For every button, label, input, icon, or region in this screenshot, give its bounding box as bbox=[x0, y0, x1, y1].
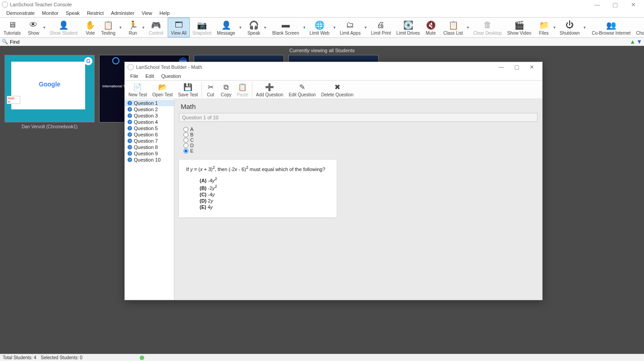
run-icon: 🏃 bbox=[128, 20, 138, 31]
question-list-label: Question 7 bbox=[134, 138, 158, 144]
toolbar-limit-print[interactable]: 🖨Limit Print bbox=[368, 18, 393, 37]
drive-icon: 💽 bbox=[403, 20, 414, 31]
dialog-menu-item[interactable]: Edit bbox=[142, 72, 158, 80]
toolbar-limit-apps[interactable]: 🗂Limit Apps bbox=[337, 18, 363, 37]
answer-option[interactable]: E bbox=[183, 148, 538, 153]
question-list-item[interactable]: ?Question 4 bbox=[125, 119, 174, 125]
menu-item[interactable]: Speak bbox=[62, 9, 83, 17]
question-list-item[interactable]: ?Question 8 bbox=[125, 144, 174, 150]
answer-radio[interactable] bbox=[183, 149, 188, 153]
toolbar-tutorials[interactable]: 🖥Tutorials bbox=[1, 18, 23, 37]
toolbar-speak[interactable]: 🎧Speak bbox=[245, 18, 263, 37]
question-list-item[interactable]: ?Question 9 bbox=[125, 150, 174, 157]
dlg-toolbar-new-test[interactable]: 📄New Test bbox=[126, 81, 150, 99]
question-list-item[interactable]: ?Question 6 bbox=[125, 131, 174, 138]
question-list-item[interactable]: ?Question 5 bbox=[125, 125, 174, 131]
answer-radio[interactable] bbox=[183, 138, 188, 143]
toolbar-view-all[interactable]: 🗔View All bbox=[168, 18, 190, 37]
answer-radio[interactable] bbox=[183, 143, 188, 148]
dlg-toolbar-label: Edit Question bbox=[289, 92, 316, 97]
nav-down-icon[interactable]: ▼ bbox=[636, 38, 642, 45]
toolbar-run[interactable]: 🏃Run bbox=[125, 18, 141, 37]
dropdown-arrow-icon[interactable]: ▾ bbox=[363, 25, 368, 30]
find-label[interactable]: Find bbox=[10, 39, 19, 45]
dialog-minimize-button[interactable]: — bbox=[493, 63, 509, 72]
toolbar-show[interactable]: 👁Show bbox=[25, 18, 42, 37]
viewport: Currently viewing all Students G Google … bbox=[0, 46, 644, 354]
answer-letter: D bbox=[190, 143, 194, 148]
minimize-button[interactable]: — bbox=[588, 0, 606, 9]
menu-item[interactable]: Restrict bbox=[83, 9, 107, 17]
dropdown-arrow-icon[interactable]: ▾ bbox=[118, 25, 123, 30]
globe-icon: 🌐 bbox=[314, 20, 325, 31]
main-menubar: DemonstrateMonitorSpeakRestrictAdministe… bbox=[0, 9, 644, 17]
dialog-menu-item[interactable]: File bbox=[127, 72, 142, 80]
dlg-toolbar-save-test[interactable]: 💾Save Test bbox=[175, 81, 201, 99]
answer-option[interactable]: C bbox=[183, 137, 538, 143]
answer-radio[interactable] bbox=[183, 127, 188, 132]
dropdown-arrow-icon[interactable]: ▾ bbox=[582, 25, 587, 30]
dropdown-arrow-icon[interactable]: ▾ bbox=[302, 25, 307, 30]
dropdown-arrow-icon[interactable]: ▾ bbox=[141, 25, 146, 30]
toolbar-label: Run bbox=[129, 31, 137, 36]
question-list-item[interactable]: ?Question 3 bbox=[125, 113, 174, 119]
question-stem: If y = (x + 3)2, then (-2x - 6)2 must eq… bbox=[186, 165, 329, 172]
toolbar-blank-screen[interactable]: ▬Blank Screen bbox=[269, 18, 301, 37]
question-icon: ? bbox=[128, 139, 132, 143]
answer-radio[interactable] bbox=[183, 132, 188, 137]
dlg-toolbar-delete-question[interactable]: ✖Delete Question bbox=[319, 81, 356, 99]
dropdown-arrow-icon[interactable]: ▾ bbox=[466, 25, 470, 30]
toolbar-show-video[interactable]: 🎬Show Video bbox=[505, 18, 534, 37]
student-thumbnail[interactable]: G Google Math - te bbox=[5, 55, 95, 122]
dlg-toolbar-add-question[interactable]: ➕Add Question bbox=[253, 81, 286, 99]
answer-option[interactable]: A bbox=[183, 126, 538, 132]
answer-options: ABCDE bbox=[183, 126, 538, 153]
statusbar: Total Students: 4 Selected Students: 0 bbox=[0, 354, 644, 361]
dropdown-arrow-icon[interactable]: ▾ bbox=[42, 25, 47, 30]
dlg-toolbar-cut[interactable]: ✂Cut bbox=[203, 81, 218, 99]
question-icon: ? bbox=[128, 120, 132, 124]
toolbar-label: Files bbox=[539, 31, 548, 36]
toolbar-class-list[interactable]: 📋Class List bbox=[441, 18, 466, 37]
toolbar-vote[interactable]: ✋Vote bbox=[82, 18, 98, 37]
answer-option[interactable]: D bbox=[183, 143, 538, 148]
dropdown-arrow-icon[interactable]: ▾ bbox=[263, 25, 268, 30]
answer-option[interactable]: B bbox=[183, 132, 538, 137]
question-pane: Math Question 1 of 10 ABCDE If y = (x + … bbox=[174, 99, 542, 300]
question-list-item[interactable]: ?Question 7 bbox=[125, 138, 174, 144]
close-button[interactable]: ✕ bbox=[624, 0, 642, 9]
toolbar-label: Clear Desktop bbox=[473, 31, 502, 36]
toolbar-shutdown[interactable]: ⏻Shutdown bbox=[557, 18, 582, 37]
question-list-item[interactable]: ?Question 1 bbox=[125, 100, 174, 106]
question-list-item[interactable]: ?Question 2 bbox=[125, 106, 174, 113]
toolbar-label: Choose Random bbox=[636, 31, 644, 36]
thumb-text: International T bbox=[102, 84, 125, 88]
toolbar-limit-drives[interactable]: 💽Limit Drives bbox=[394, 18, 423, 37]
menu-item[interactable]: Demonstrate bbox=[3, 9, 38, 17]
dlg-toolbar-open-test[interactable]: 📂Open Test bbox=[150, 81, 175, 99]
maximize-button[interactable]: ▢ bbox=[606, 0, 624, 9]
menu-item[interactable]: View bbox=[138, 9, 156, 17]
toolbar-message[interactable]: 👤Message bbox=[214, 18, 238, 37]
camera-icon: 📷 bbox=[196, 20, 207, 31]
toolbar-limit-web[interactable]: 🌐Limit Web bbox=[307, 18, 332, 37]
toolbar-testing[interactable]: 📋Testing bbox=[98, 18, 118, 37]
menu-item[interactable]: Administer bbox=[107, 9, 138, 17]
menu-item[interactable]: Monitor bbox=[38, 9, 62, 17]
dlg-toolbar-copy[interactable]: ⧉Copy bbox=[218, 81, 234, 99]
toolbar-choose-random[interactable]: 🔀Choose Random bbox=[633, 18, 644, 37]
toolbar-co-browse-internet[interactable]: 👥Co-Browse Internet bbox=[589, 18, 633, 37]
dialog-close-button[interactable]: ✕ bbox=[524, 63, 539, 72]
dropdown-arrow-icon[interactable]: ▾ bbox=[238, 25, 243, 30]
dropdown-arrow-icon[interactable]: ▾ bbox=[552, 25, 557, 30]
dlg-toolbar-label: Save Test bbox=[178, 92, 198, 97]
menu-item[interactable]: Help bbox=[156, 9, 174, 17]
dialog-maximize-button[interactable]: ▢ bbox=[509, 63, 524, 72]
toolbar-files[interactable]: 📁Files bbox=[536, 18, 552, 37]
question-list-item[interactable]: ?Question 10 bbox=[125, 157, 174, 163]
dropdown-arrow-icon[interactable]: ▾ bbox=[332, 25, 337, 30]
dialog-menu-item[interactable]: Question bbox=[158, 72, 185, 80]
dlg-toolbar-edit-question[interactable]: ✎Edit Question bbox=[286, 81, 319, 99]
nav-up-icon[interactable]: ▲ bbox=[630, 38, 635, 45]
toolbar-mute[interactable]: 🔇Mute bbox=[423, 18, 439, 37]
